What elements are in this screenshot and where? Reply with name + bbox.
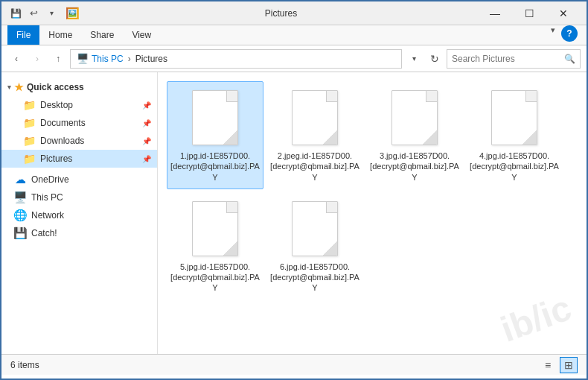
file-page-2 bbox=[292, 90, 338, 145]
network-label: Network bbox=[31, 210, 64, 221]
ribbon: File Home Share View ▾ ? bbox=[1, 25, 587, 45]
path-part-thispc[interactable]: This PC bbox=[92, 54, 124, 64]
file-label-2: 2.jpeg.id-1E857D00.[decrypt@qbmail.biz].… bbox=[270, 151, 359, 183]
file-label-3: 3.jpg.id-1E857D00.[decrypt@qbmail.biz].P… bbox=[370, 151, 459, 183]
refresh-btn[interactable]: ↻ bbox=[426, 50, 444, 68]
thispc-label: This PC bbox=[31, 192, 63, 203]
pictures-folder-icon: 📁 bbox=[22, 152, 36, 165]
tab-share[interactable]: Share bbox=[81, 25, 123, 45]
view-large-btn[interactable]: ⊞ bbox=[560, 357, 578, 373]
file-icon-6 bbox=[289, 199, 341, 259]
file-icon-2 bbox=[289, 88, 341, 148]
onedrive-icon: ☁ bbox=[13, 173, 27, 186]
status-bar: 6 items ≡ ⊞ bbox=[1, 354, 587, 375]
pictures-label: Pictures bbox=[40, 153, 72, 164]
address-path[interactable]: 🖥️ This PC › Pictures bbox=[70, 49, 402, 69]
search-box[interactable]: 🔍 bbox=[447, 49, 581, 69]
file-item-1[interactable]: 1.jpg.id-1E857D00.[decrypt@qbmail.biz].P… bbox=[167, 81, 263, 189]
file-item-4[interactable]: 4.jpg.id-1E857D00.[decrypt@qbmail.biz].P… bbox=[466, 81, 563, 189]
star-icon: ★ bbox=[14, 81, 24, 93]
empty-slot bbox=[566, 81, 587, 189]
close-btn[interactable]: ✕ bbox=[546, 1, 581, 25]
file-icon-5 bbox=[189, 199, 241, 259]
sidebar: ▾ ★ Quick access 📁 Desktop 📌 📁 Documents… bbox=[1, 72, 158, 354]
help-btn[interactable]: ? bbox=[561, 25, 578, 42]
forward-btn: › bbox=[28, 50, 46, 68]
search-icon: 🔍 bbox=[564, 54, 575, 64]
item-count: 6 items bbox=[10, 360, 39, 370]
save-quick-btn[interactable]: 💾 bbox=[7, 5, 24, 22]
file-item-6[interactable]: 6.jpg.id-1E857D00.[decrypt@qbmail.biz].P… bbox=[266, 192, 363, 300]
file-icon-1 bbox=[189, 88, 241, 148]
path-part-pictures[interactable]: Pictures bbox=[135, 54, 167, 64]
sidebar-item-network[interactable]: 🌐 Network bbox=[1, 206, 157, 224]
sidebar-item-onedrive[interactable]: ☁ OneDrive bbox=[1, 171, 157, 189]
documents-folder-icon: 📁 bbox=[22, 116, 36, 130]
file-page-1 bbox=[192, 90, 238, 145]
downloads-pin-icon: 📌 bbox=[142, 137, 151, 145]
thispc-icon: 🖥️ bbox=[13, 191, 27, 204]
sidebar-item-catch[interactable]: 💾 Catch! bbox=[1, 224, 157, 242]
up-btn[interactable]: ↑ bbox=[49, 50, 67, 68]
desktop-pin-icon: 📌 bbox=[142, 101, 151, 110]
file-label-5: 5.jpg.id-1E857D00.[decrypt@qbmail.biz].P… bbox=[170, 262, 260, 294]
tab-file[interactable]: File bbox=[7, 25, 39, 45]
sidebar-item-documents[interactable]: 📁 Documents 📌 bbox=[1, 114, 157, 132]
maximize-btn[interactable]: ☐ bbox=[512, 1, 546, 25]
sidebar-item-desktop[interactable]: 📁 Desktop 📌 bbox=[1, 96, 157, 114]
main-area: ▾ ★ Quick access 📁 Desktop 📌 📁 Documents… bbox=[1, 72, 587, 354]
network-icon: 🌐 bbox=[13, 209, 27, 222]
downloads-label: Downloads bbox=[40, 136, 84, 146]
file-icon-3 bbox=[389, 88, 441, 148]
documents-pin-icon: 📌 bbox=[142, 119, 151, 127]
file-label-6: 6.jpg.id-1E857D00.[decrypt@qbmail.biz].P… bbox=[270, 262, 359, 294]
ribbon-tabs: File Home Share View ▾ ? bbox=[1, 25, 587, 45]
pictures-pin-icon: 📌 bbox=[142, 155, 151, 163]
sidebar-item-pictures[interactable]: 📁 Pictures 📌 bbox=[1, 150, 157, 168]
back-btn[interactable]: ‹ bbox=[7, 50, 25, 68]
documents-label: Documents bbox=[40, 118, 86, 128]
file-page-4 bbox=[491, 90, 537, 145]
title-bar: 💾 ↩ ▾ 🖼️ Pictures — ☐ ✕ bbox=[1, 1, 587, 25]
view-controls: ≡ ⊞ bbox=[539, 357, 578, 373]
path-dropdown-btn[interactable]: ▾ bbox=[405, 50, 423, 68]
file-icon-4 bbox=[488, 88, 540, 148]
onedrive-label: OneDrive bbox=[31, 174, 69, 185]
address-bar: ‹ › ↑ 🖥️ This PC › Pictures ▾ ↻ 🔍 bbox=[1, 45, 587, 72]
file-page-3 bbox=[392, 90, 438, 145]
file-item-2[interactable]: 2.jpeg.id-1E857D00.[decrypt@qbmail.biz].… bbox=[266, 81, 363, 189]
window-icon: 🖼️ bbox=[65, 7, 80, 20]
path-separator: › bbox=[128, 54, 131, 64]
quick-access-label: Quick access bbox=[27, 82, 84, 92]
ribbon-collapse-btn[interactable]: ▾ bbox=[551, 25, 555, 45]
sidebar-item-thispc[interactable]: 🖥️ This PC bbox=[1, 189, 157, 206]
window-controls: — ☐ ✕ bbox=[478, 1, 581, 25]
catch-icon: 💾 bbox=[13, 227, 27, 240]
window-title: Pictures bbox=[84, 8, 478, 19]
sidebar-item-downloads[interactable]: 📁 Downloads 📌 bbox=[1, 132, 157, 150]
file-page-5 bbox=[192, 201, 238, 256]
downloads-folder-icon: 📁 bbox=[22, 134, 36, 148]
undo-quick-btn[interactable]: ↩ bbox=[25, 5, 42, 22]
quick-access-header[interactable]: ▾ ★ Quick access bbox=[1, 78, 157, 96]
catch-label: Catch! bbox=[31, 228, 57, 238]
minimize-btn[interactable]: — bbox=[478, 1, 512, 25]
desktop-folder-icon: 📁 bbox=[22, 98, 36, 112]
quick-access-toolbar: 💾 ↩ ▾ bbox=[7, 5, 60, 22]
tab-view[interactable]: View bbox=[123, 25, 160, 45]
file-page-6 bbox=[292, 201, 338, 256]
search-input[interactable] bbox=[452, 54, 561, 64]
file-label-1: 1.jpg.id-1E857D00.[decrypt@qbmail.biz].P… bbox=[170, 151, 260, 183]
path-icon: 🖥️ bbox=[77, 53, 89, 64]
file-item-5[interactable]: 5.jpg.id-1E857D00.[decrypt@qbmail.biz].P… bbox=[167, 192, 263, 300]
files-grid: 1.jpg.id-1E857D00.[decrypt@qbmail.biz].P… bbox=[164, 78, 581, 303]
tab-home[interactable]: Home bbox=[39, 25, 81, 45]
quick-dropdown-btn[interactable]: ▾ bbox=[43, 5, 60, 22]
file-label-4: 4.jpg.id-1E857D00.[decrypt@qbmail.biz].P… bbox=[470, 151, 559, 183]
file-area: ib/ic 1.jpg.id-1E857D00.[decrypt@qbmail.… bbox=[158, 72, 587, 354]
expand-arrow-quick: ▾ bbox=[7, 83, 11, 91]
desktop-label: Desktop bbox=[40, 100, 73, 110]
file-item-3[interactable]: 3.jpg.id-1E857D00.[decrypt@qbmail.biz].P… bbox=[366, 81, 463, 189]
view-list-btn[interactable]: ≡ bbox=[539, 357, 557, 373]
